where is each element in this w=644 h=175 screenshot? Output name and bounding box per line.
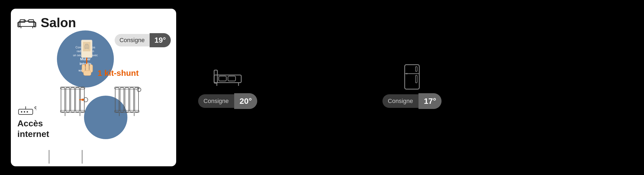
radiator-right	[114, 85, 144, 118]
fridge-icon-container	[402, 66, 421, 88]
salon-title: Salon	[41, 15, 76, 30]
svg-point-56	[406, 73, 408, 74]
svg-rect-47	[214, 70, 217, 83]
svg-rect-10	[18, 109, 33, 114]
svg-rect-23	[83, 71, 91, 76]
bedroom-icon-container	[213, 66, 243, 88]
router-icon	[17, 104, 36, 116]
svg-point-11	[21, 111, 22, 112]
svg-rect-36	[115, 88, 119, 112]
svg-rect-49	[228, 76, 236, 81]
svg-rect-17	[83, 42, 91, 51]
fridge-consigne-label: Consigne	[382, 94, 418, 108]
sofa-icon	[17, 17, 36, 28]
svg-rect-26	[71, 88, 75, 112]
main-container: Salon Consigne 19° Accès	[0, 0, 644, 175]
internet-label: Accès internet	[17, 118, 49, 139]
bedroom-consigne-value: 20°	[234, 93, 257, 109]
salon-header: Salon	[17, 15, 170, 30]
svg-rect-55	[416, 75, 417, 83]
kit-shunt-label: 1 kit-shunt	[98, 68, 139, 78]
fridge-consigne-badge: Consigne 17°	[382, 93, 442, 109]
bed-icon	[213, 67, 243, 86]
line-right	[82, 150, 82, 164]
radiator-left	[60, 85, 89, 118]
bottom-lines	[49, 150, 82, 164]
hand-icon	[76, 39, 98, 77]
fridge-consigne-value: 17°	[418, 93, 442, 109]
svg-rect-39	[130, 88, 134, 112]
bedroom-consigne-label: Consigne	[198, 94, 234, 108]
svg-rect-25	[66, 88, 70, 112]
svg-rect-37	[120, 88, 124, 112]
svg-rect-2	[29, 20, 34, 22]
svg-point-12	[24, 111, 25, 112]
svg-point-7	[24, 20, 24, 21]
svg-rect-27	[76, 88, 79, 112]
svg-point-8	[25, 20, 26, 21]
consigne-value-salon: 19°	[150, 33, 171, 47]
svg-point-9	[27, 20, 28, 21]
line-left	[49, 150, 49, 164]
fridge-icon	[402, 63, 421, 90]
illustration-area: Connectez vos radiateurs en un seul gest…	[51, 30, 138, 134]
svg-rect-54	[416, 67, 417, 71]
salon-card: Salon Consigne 19° Accès	[11, 9, 176, 166]
fridge-section: Consigne 17°	[377, 66, 447, 109]
svg-rect-48	[219, 76, 226, 81]
svg-point-13	[27, 111, 28, 112]
internet-section: Accès internet	[17, 104, 49, 139]
svg-rect-24	[61, 88, 65, 112]
svg-rect-1	[20, 20, 25, 22]
bedroom-section: Consigne 20°	[192, 66, 263, 109]
svg-point-14	[36, 109, 36, 110]
bedroom-consigne-badge: Consigne 20°	[198, 93, 257, 109]
svg-rect-38	[125, 88, 129, 112]
